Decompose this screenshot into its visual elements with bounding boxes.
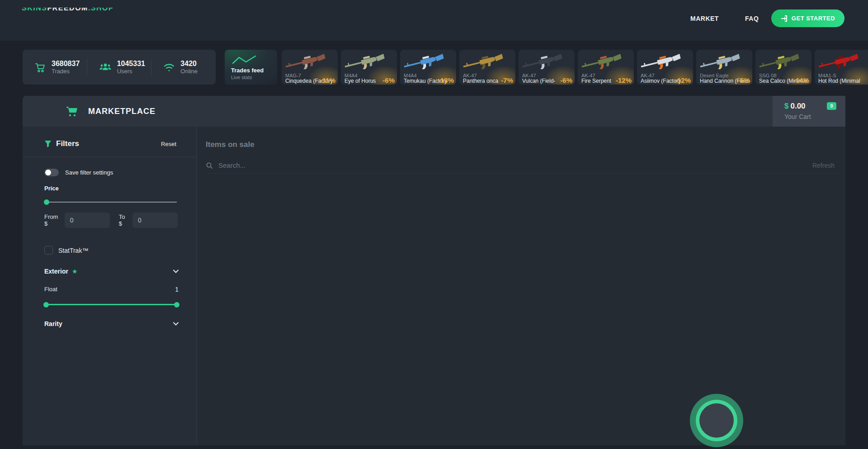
skin-card[interactable]: AK-47 Fire Serpent (Minimal Wear) -12% — [578, 50, 634, 85]
stattrak-label: StatTrak™ — [58, 247, 88, 254]
skin-card[interactable]: AK-47 Panthera onca (Factory New) -7% — [459, 50, 515, 85]
chevron-down-icon — [173, 322, 179, 326]
filters-reset-button[interactable]: Reset — [161, 141, 176, 147]
price-slider-knob[interactable] — [44, 199, 49, 205]
skin-discount: -11% — [320, 76, 335, 84]
skin-discount: -14% — [793, 76, 809, 84]
float-slider-min-knob[interactable] — [43, 302, 49, 307]
filters-sidebar: Filters Reset Save filter settings Price… — [23, 127, 197, 445]
skin-card[interactable]: M4A1-S Hot Rod (Minimal Wear) — [815, 50, 868, 85]
skin-card[interactable]: MAG-7 Cinquedea (Factory New) -11% — [282, 50, 338, 85]
save-filter-toggle[interactable] — [44, 169, 59, 176]
skin-cards: MAG-7 Cinquedea (Factory New) -11% — [282, 50, 868, 85]
users-count: 1045331 — [117, 59, 145, 68]
nav-faq-link[interactable]: FAQ — [745, 15, 759, 22]
price-slider[interactable] — [45, 202, 177, 203]
filters-title: Filters — [56, 139, 79, 148]
gun-image — [640, 51, 690, 72]
main-panel: Filters Reset Save filter settings Price… — [23, 127, 845, 445]
price-from-input[interactable] — [65, 213, 110, 228]
online-count: 3420 — [180, 59, 198, 68]
login-icon — [781, 15, 788, 22]
rarity-section-header[interactable]: Rarity — [44, 320, 179, 327]
cart-label: Your Cart — [784, 113, 811, 120]
users-icon — [99, 61, 112, 73]
loading-spinner — [690, 394, 743, 447]
gun-image — [462, 51, 513, 72]
rarity-label: Rarity — [44, 320, 62, 327]
stattrak-row[interactable]: StatTrak™ — [44, 246, 88, 255]
float-label: Float — [44, 286, 57, 293]
trades-label: Trades — [52, 68, 80, 75]
marketplace-title: MARKETPLACE — [88, 107, 156, 116]
price-to-input[interactable] — [132, 213, 178, 228]
users-label: Users — [117, 68, 145, 75]
gun-image — [817, 51, 868, 72]
top-navbar: SKINSFREEDOM.SHOP MARKET FAQ GET STARTED — [0, 0, 868, 41]
price-range-row: From $ To $ — [44, 210, 178, 231]
gun-image — [521, 51, 572, 72]
currency-symbol: $ — [784, 102, 788, 110]
cart-count-badge: 0 — [827, 102, 836, 110]
online-label: Online — [180, 68, 198, 75]
skin-discount: -12% — [675, 76, 691, 84]
price-section-label: Price — [44, 185, 59, 192]
gun-image — [344, 51, 394, 72]
search-icon — [206, 162, 213, 169]
skin-card[interactable]: Desert Eagle Hand Cannon (Field-Tested) … — [696, 50, 752, 85]
gun-image — [699, 51, 750, 72]
skin-card[interactable]: AK-47 Asiimov (Factory New) -12% — [637, 50, 693, 85]
skin-card[interactable]: M4A4 Temukau (Factory New) -13% — [400, 50, 456, 85]
float-slider-max-knob[interactable] — [174, 302, 179, 307]
site-logo[interactable]: SKINSFREEDOM.SHOP — [22, 8, 114, 14]
star-icon: ★ — [72, 268, 78, 275]
cart-summary[interactable]: $0.00 Your Cart 0 — [773, 96, 845, 127]
wifi-icon — [163, 62, 175, 72]
cart-amount: $0.00 — [784, 102, 806, 111]
site-stats-card: 3680837 Trades 1045331 Users — [23, 50, 216, 85]
skin-card[interactable]: SSG 08 Sea Calico (Minimal Wear) -14% — [755, 50, 811, 85]
skin-name: Hot Rod (Minimal Wear) — [818, 78, 868, 85]
gun-image — [758, 51, 809, 72]
price-to-label: To $ — [119, 213, 128, 227]
trades-feed-title: Trades feed — [231, 67, 264, 74]
skin-card[interactable]: AK-47 Vulcan (Field-Tested) -6% — [519, 50, 575, 85]
skin-discount: -7% — [501, 76, 513, 84]
skin-discount: -12% — [616, 76, 632, 84]
site-logo-text: SKINSFREEDOM.SHOP — [22, 8, 114, 12]
gun-image — [403, 51, 453, 72]
skin-discount: -5% — [738, 76, 750, 84]
trades-count: 3680837 — [52, 59, 80, 68]
stat-trades: 3680837 Trades — [23, 59, 87, 75]
float-row: Float 1 — [44, 286, 179, 293]
gun-image — [580, 51, 631, 72]
get-started-button[interactable]: GET STARTED — [771, 9, 844, 27]
skin-discount: -6% — [560, 76, 572, 84]
marketplace-bar: MARKETPLACE $0.00 Your Cart 0 — [23, 96, 845, 127]
search-input[interactable] — [217, 161, 804, 170]
filter-funnel-icon — [44, 140, 52, 147]
skin-text: M4A1-S Hot Rod (Minimal Wear) — [818, 73, 868, 85]
save-filter-label: Save filter settings — [65, 169, 113, 176]
skin-card[interactable]: M4A4 Eye of Horus (Factory New) -6% — [341, 50, 397, 85]
marketplace-cart-icon — [66, 105, 78, 117]
stat-online: 3420 Online — [151, 59, 216, 75]
stattrak-checkbox[interactable] — [44, 246, 53, 255]
trades-feed-card[interactable]: Trades feed Live stats — [225, 50, 277, 85]
refresh-button[interactable]: Refresh — [812, 162, 835, 169]
cart-icon — [34, 61, 46, 73]
skin-discount: -6% — [382, 76, 395, 84]
stat-users: 1045331 Users — [87, 59, 151, 75]
float-value: 1 — [175, 286, 179, 293]
line-chart-icon — [231, 54, 259, 66]
divider — [23, 157, 197, 157]
nav-market-link[interactable]: MARKET — [690, 15, 719, 22]
search-row: Refresh — [206, 157, 840, 174]
page: SKINSFREEDOM.SHOP MARKET FAQ GET STARTED… — [0, 0, 868, 449]
trades-feed-subtitle: Live stats — [231, 75, 252, 80]
exterior-section-header[interactable]: Exterior ★ — [44, 268, 179, 275]
price-from-label: From $ — [44, 213, 61, 227]
save-filter-toggle-row[interactable]: Save filter settings — [44, 169, 113, 176]
get-started-label: GET STARTED — [792, 15, 835, 22]
float-slider[interactable] — [45, 304, 178, 305]
